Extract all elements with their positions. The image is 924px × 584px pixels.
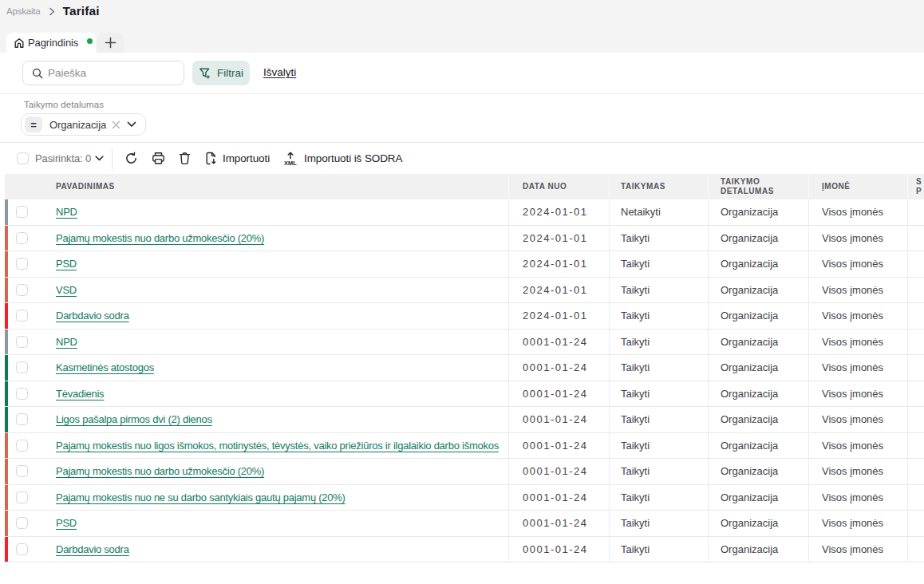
row-status-indicator xyxy=(5,329,8,355)
row-name-cell: Pajamų mokestis nuo darbo užmokesčio (20… xyxy=(45,226,508,251)
column-header-partial[interactable]: SP xyxy=(907,174,924,199)
filter-chip-label: Taikymo detalumas xyxy=(24,100,104,109)
refresh-button[interactable] xyxy=(124,152,138,165)
row-application-cell: Taikyti xyxy=(609,355,708,381)
row-name-cell: Pajamų mokestis nuo darbo užmokesčio (20… xyxy=(45,459,508,484)
import-sodra-button[interactable]: XML Importuoti iš SODRA xyxy=(282,152,402,166)
tariff-name-link[interactable]: Tėvadienis xyxy=(56,388,104,400)
table-row: Darbdavio sodra 0001-01-24 Taikyti Organ… xyxy=(5,537,924,563)
row-checkbox[interactable] xyxy=(16,465,28,477)
row-checkbox[interactable] xyxy=(16,361,28,373)
filters-button[interactable]: Filtrai xyxy=(192,61,250,85)
row-select-cell xyxy=(5,199,45,225)
import-button[interactable]: Importuoti xyxy=(205,152,270,165)
tab-pagrindinis[interactable]: Pagrindinis xyxy=(6,33,96,53)
row-partial-cell xyxy=(907,329,924,355)
tariff-name-link[interactable]: PSD xyxy=(56,517,77,529)
row-checkbox[interactable] xyxy=(16,543,28,555)
search-input[interactable] xyxy=(48,67,176,79)
row-select-cell xyxy=(5,511,45,536)
column-header-data-nuo[interactable]: DATA NUO xyxy=(508,174,609,199)
column-header-imone[interactable]: ĮMONĖ xyxy=(808,174,907,199)
tariff-name-link[interactable]: Pajamų mokestis nuo ligos išmokos, motin… xyxy=(56,440,499,452)
row-application-cell: Taikyti xyxy=(609,303,708,329)
row-status-indicator xyxy=(5,278,8,303)
add-tab-button[interactable] xyxy=(97,33,124,53)
row-detail-cell: Organizacija xyxy=(708,226,808,251)
row-checkbox[interactable] xyxy=(16,413,28,425)
row-application-cell: Taikyti xyxy=(609,433,708,459)
row-company-cell: Visos įmonės xyxy=(808,226,907,251)
row-checkbox[interactable] xyxy=(16,491,28,503)
tariff-name-link[interactable]: Darbdavio sodra xyxy=(56,310,129,322)
home-icon xyxy=(14,37,25,49)
row-checkbox[interactable] xyxy=(16,232,28,244)
row-partial-cell xyxy=(907,199,924,225)
clear-filters-link[interactable]: Išvalyti xyxy=(263,66,296,78)
row-checkbox[interactable] xyxy=(16,310,28,322)
column-header-pavadinimas[interactable]: PAVADINIMAS xyxy=(45,174,508,199)
row-checkbox[interactable] xyxy=(16,440,28,452)
row-application-cell: Taikyti xyxy=(609,278,708,303)
row-name-cell: NPD xyxy=(45,199,508,225)
filter-chip[interactable]: = Organizacija xyxy=(21,113,146,136)
row-company-cell: Visos įmonės xyxy=(808,199,907,225)
row-status-indicator xyxy=(5,226,8,251)
column-header-taikymas[interactable]: TAIKYMAS xyxy=(609,174,708,199)
table-row: NPD 2024-01-01 Netaikyti Organizacija Vi… xyxy=(5,199,924,226)
table-row: Pajamų mokestis nuo ligos išmokos, motin… xyxy=(5,433,924,460)
row-partial-cell xyxy=(907,303,924,329)
row-company-cell: Visos įmonės xyxy=(808,407,907,432)
tariff-name-link[interactable]: PSD xyxy=(56,258,77,270)
row-status-indicator xyxy=(5,459,8,484)
row-checkbox[interactable] xyxy=(16,336,28,348)
remove-filter-icon[interactable] xyxy=(112,120,120,129)
tariff-name-link[interactable]: Pajamų mokestis nuo darbo užmokesčio (20… xyxy=(56,232,264,244)
row-application-cell: Taikyti xyxy=(609,537,708,562)
row-checkbox[interactable] xyxy=(16,388,28,400)
row-checkbox[interactable] xyxy=(16,517,28,529)
row-name-cell: Kasmetinės atostogos xyxy=(45,355,508,381)
search-box[interactable] xyxy=(22,61,184,85)
column-header-taikymo-detalumas[interactable]: TAIKYMODETALUMAS xyxy=(708,174,808,199)
row-select-cell xyxy=(5,251,45,277)
table-row: Pajamų mokestis nuo darbo užmokesčio (20… xyxy=(5,459,924,485)
tariff-name-link[interactable]: Kasmetinės atostogos xyxy=(56,361,154,373)
filter-operator-badge: = xyxy=(25,116,42,132)
row-application-cell: Taikyti xyxy=(609,459,708,484)
row-partial-cell xyxy=(907,459,924,484)
import-sodra-button-label: Importuoti iš SODRA xyxy=(304,152,402,164)
import-file-icon xyxy=(205,152,217,165)
row-company-cell: Visos įmonės xyxy=(808,251,907,277)
row-checkbox[interactable] xyxy=(16,206,28,218)
row-select-cell xyxy=(5,459,45,484)
row-date-cell: 2024-01-01 xyxy=(508,251,609,277)
delete-button[interactable] xyxy=(179,152,191,165)
select-all-checkbox[interactable] xyxy=(17,152,29,164)
filter-chip-value: Organizacija xyxy=(49,119,106,131)
tariff-name-link[interactable]: Pajamų mokestis nuo ne su darbo santykia… xyxy=(56,491,346,503)
breadcrumb-parent[interactable]: Apskaita xyxy=(6,6,41,16)
row-status-indicator xyxy=(5,537,8,562)
row-date-cell: 2024-01-01 xyxy=(508,199,609,225)
tariff-name-link[interactable]: Ligos pašalpa pirmos dvi (2) dienos xyxy=(56,413,212,425)
table-row: Pajamų mokestis nuo ne su darbo santykia… xyxy=(5,485,924,511)
row-checkbox[interactable] xyxy=(16,258,28,270)
tariff-name-link[interactable]: VSD xyxy=(56,284,77,296)
selection-menu-chevron-icon[interactable] xyxy=(95,156,104,161)
filters-button-label: Filtrai xyxy=(217,67,243,79)
tariff-name-link[interactable]: NPD xyxy=(56,206,77,218)
tariff-name-link[interactable]: NPD xyxy=(56,336,77,348)
row-select-cell xyxy=(5,433,45,459)
row-company-cell: Visos įmonės xyxy=(808,485,907,511)
row-checkbox[interactable] xyxy=(16,284,28,296)
row-date-cell: 2024-01-01 xyxy=(508,303,609,329)
row-name-cell: PSD xyxy=(45,251,508,277)
tariff-name-link[interactable]: Darbdavio sodra xyxy=(56,543,129,555)
chevron-down-icon[interactable] xyxy=(127,121,136,128)
tariff-name-link[interactable]: Pajamų mokestis nuo darbo užmokesčio (20… xyxy=(56,465,264,477)
print-button[interactable] xyxy=(152,152,165,165)
row-partial-cell xyxy=(907,537,924,562)
row-company-cell: Visos įmonės xyxy=(808,537,907,562)
row-name-cell: PSD xyxy=(45,511,508,536)
